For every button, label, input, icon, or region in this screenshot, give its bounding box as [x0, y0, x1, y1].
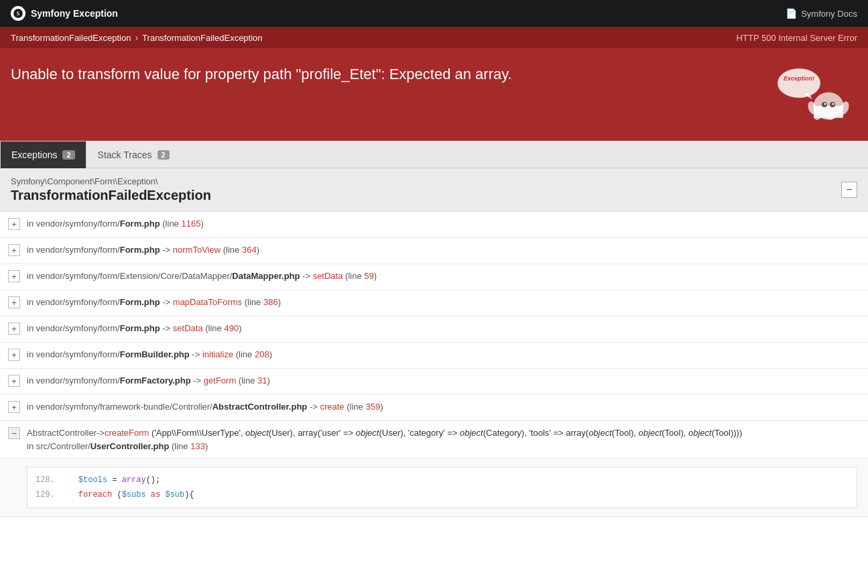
line-number-128: 128.: [36, 474, 59, 486]
docs-link[interactable]: 📄 Symfony Docs: [786, 8, 857, 19]
app-name: Symfony Exception: [31, 8, 118, 19]
trace-row-6: + in vendor/symfony/form/FormBuilder.php…: [0, 343, 868, 369]
docs-icon: 📄: [786, 8, 797, 19]
code-line-129: 129. foreach ($subs as $sub){: [27, 487, 857, 502]
code-block-9: 128. $tools = array(); 129. foreach ($su…: [27, 467, 857, 508]
breadcrumb-item1[interactable]: TransformationFailedException: [11, 33, 131, 43]
docs-label: Symfony Docs: [801, 9, 857, 19]
exception-class-name: TransformationFailedException: [11, 188, 211, 203]
exception-namespace: Symfony\Component\Form\Exception\: [11, 176, 211, 186]
trace-path-1: in vendor/symfony/form/: [27, 219, 120, 229]
trace-text-3: in vendor/symfony/form/Extension/Core/Da…: [27, 270, 377, 283]
trace-expand-btn-3[interactable]: +: [8, 270, 20, 282]
breadcrumb-item2[interactable]: TransformationFailedException: [142, 33, 262, 43]
trace-row-8-header[interactable]: + in vendor/symfony/framework-bundle/Con…: [0, 395, 868, 420]
trace-expand-btn-8[interactable]: +: [8, 401, 20, 413]
trace-filename-1: Form.php: [120, 219, 160, 229]
trace-row-8: + in vendor/symfony/framework-bundle/Con…: [0, 395, 868, 421]
line-content-128: $tools = array();: [59, 474, 160, 486]
http-status-text: HTTP 500 Internal Server Error: [737, 33, 857, 43]
svg-text:S: S: [17, 11, 20, 17]
tab-exceptions-label: Exceptions: [11, 150, 57, 160]
exception-class-header: Symfony\Component\Form\Exception\ Transf…: [0, 168, 868, 212]
trace-text-1: in vendor/symfony/form/Form.php (line 11…: [27, 217, 204, 231]
trace-expand-btn-5[interactable]: +: [8, 322, 20, 335]
trace-expand-btn-7[interactable]: +: [8, 375, 20, 387]
error-message: Unable to transform value for property p…: [11, 64, 770, 85]
tab-stack-traces-badge: 2: [158, 150, 170, 160]
trace-row-5-header[interactable]: + in vendor/symfony/form/Form.php -> set…: [0, 316, 868, 342]
collapse-icon: −: [846, 184, 852, 196]
trace-row-9: − AbstractController->createForm ('App\\…: [0, 421, 868, 517]
tab-stack-traces-label: Stack Traces: [98, 150, 152, 160]
trace-row-2: + in vendor/symfony/form/Form.php -> nor…: [0, 238, 868, 264]
error-header: Unable to transform value for property p…: [0, 48, 868, 141]
tab-exceptions[interactable]: Exceptions 2: [0, 141, 86, 168]
svg-text:Exception!: Exception!: [784, 75, 814, 82]
line-content-129: foreach ($subs as $sub){: [59, 489, 194, 501]
trace-row-7-header[interactable]: + in vendor/symfony/form/FormFactory.php…: [0, 369, 868, 394]
trace-lineinfo-1: (line 1165): [162, 219, 203, 229]
trace-row-9-header[interactable]: − AbstractController->createForm ('App\\…: [0, 421, 868, 458]
trace-row-3-header[interactable]: + in vendor/symfony/form/Extension/Core/…: [0, 264, 868, 290]
trace-row-2-header[interactable]: + in vendor/symfony/form/Form.php -> nor…: [0, 238, 868, 263]
trace-row-6-header[interactable]: + in vendor/symfony/form/FormBuilder.php…: [0, 343, 868, 368]
symfony-logo-icon: S: [11, 6, 25, 21]
http-status: HTTP 500 Internal Server Error: [737, 33, 857, 43]
trace-text-8: in vendor/symfony/framework-bundle/Contr…: [27, 400, 383, 414]
trace-expand-btn-2[interactable]: +: [8, 244, 20, 256]
trace-expand-btn-9[interactable]: −: [8, 427, 20, 439]
trace-row-3: + in vendor/symfony/form/Extension/Core/…: [0, 264, 868, 290]
trace-expand-btn-4[interactable]: +: [8, 296, 20, 308]
breadcrumb-separator: ›: [135, 32, 138, 43]
breadcrumb-bar: TransformationFailedException › Transfor…: [0, 27, 868, 48]
trace-expand-btn-6[interactable]: +: [8, 349, 20, 361]
trace-expand-btn-1[interactable]: +: [8, 218, 20, 230]
line-number-129: 129.: [36, 489, 59, 501]
trace-text-2: in vendor/symfony/form/Form.php -> normT…: [27, 243, 259, 257]
trace-row-1: + in vendor/symfony/form/Form.php (line …: [0, 212, 868, 238]
trace-row-4-header[interactable]: + in vendor/symfony/form/Form.php -> map…: [0, 290, 868, 316]
trace-text-6: in vendor/symfony/form/FormBuilder.php -…: [27, 348, 272, 361]
trace-text-5: in vendor/symfony/form/Form.php -> setDa…: [27, 322, 241, 335]
code-line-128: 128. $tools = array();: [27, 473, 857, 487]
tab-exceptions-badge: 2: [62, 150, 74, 160]
trace-row-1-header[interactable]: + in vendor/symfony/form/Form.php (line …: [0, 212, 868, 237]
trace-row-7: + in vendor/symfony/form/FormFactory.php…: [0, 369, 868, 395]
trace-row-5: + in vendor/symfony/form/Form.php -> set…: [0, 316, 868, 343]
svg-point-9: [824, 103, 826, 105]
breadcrumb: TransformationFailedException › Transfor…: [11, 32, 263, 43]
trace-text-7: in vendor/symfony/form/FormFactory.php -…: [27, 374, 270, 388]
svg-point-10: [832, 103, 834, 105]
tabs-bar: Exceptions 2 Stack Traces 2: [0, 141, 868, 168]
main-content: Symfony\Component\Form\Exception\ Transf…: [0, 168, 868, 517]
svg-point-2: [778, 68, 820, 98]
app-title-area: S Symfony Exception: [11, 6, 118, 21]
trace-text-9: AbstractController->createForm ('App\\Fo…: [27, 426, 742, 453]
ghost-illustration: Exception!: [770, 64, 857, 125]
trace-row-4: + in vendor/symfony/form/Form.php -> map…: [0, 290, 868, 316]
top-bar: S Symfony Exception 📄 Symfony Docs: [0, 0, 868, 27]
collapse-button[interactable]: −: [841, 182, 857, 198]
ghost-svg: Exception!: [773, 64, 854, 125]
tab-stack-traces[interactable]: Stack Traces 2: [86, 141, 181, 168]
trace-code-expanded-9: 128. $tools = array(); 129. foreach ($su…: [0, 458, 868, 516]
trace-text-4: in vendor/symfony/form/Form.php -> mapDa…: [27, 296, 281, 309]
exception-class-info: Symfony\Component\Form\Exception\ Transf…: [11, 176, 211, 203]
